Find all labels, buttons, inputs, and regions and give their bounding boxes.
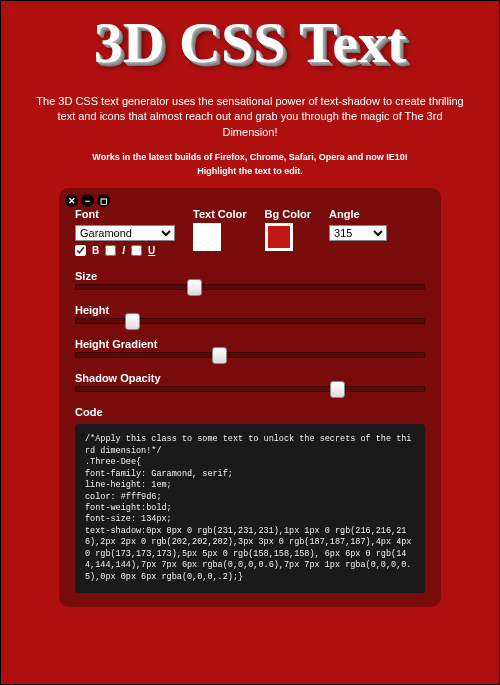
height-slider-group: Height [75,304,425,324]
font-label: Font [75,208,175,220]
height-handle[interactable] [125,313,140,330]
gradient-slider-group: Height Gradient [75,338,425,358]
bold-label: B [92,245,99,256]
gradient-label: Height Gradient [75,338,425,350]
bg-color-group: Bg Color [265,208,311,251]
page-title[interactable]: 3D CSS Text [1,9,499,76]
minimize-icon[interactable]: − [81,194,94,207]
code-group: Code /*Apply this class to some text to … [75,406,425,593]
font-select[interactable]: Garamond [75,225,175,241]
edit-hint: Highlight the text to edit. [1,166,499,176]
opacity-handle[interactable] [330,381,345,398]
italic-checkbox[interactable] [105,245,116,256]
angle-label: Angle [329,208,387,220]
expand-icon[interactable]: ✕ [65,194,78,207]
style-options: B I U [75,245,175,256]
bold-checkbox[interactable] [75,245,86,256]
gradient-handle[interactable] [212,347,227,364]
size-handle[interactable] [187,279,202,296]
description: The 3D CSS text generator uses the sensa… [1,76,499,146]
size-label: Size [75,270,425,282]
opacity-slider-group: Shadow Opacity [75,372,425,392]
height-slider[interactable] [75,318,425,324]
size-slider-group: Size [75,270,425,290]
code-label: Code [75,406,425,418]
window-buttons: ✕ − ◻ [65,194,110,207]
text-color-group: Text Color [193,208,247,251]
restore-icon[interactable]: ◻ [97,194,110,207]
text-color-label: Text Color [193,208,247,220]
gradient-slider[interactable] [75,352,425,358]
text-color-swatch[interactable] [193,223,221,251]
controls-panel: ✕ − ◻ Font Garamond B I U Text Color Bg … [59,188,441,607]
underline-checkbox[interactable] [131,245,142,256]
code-output[interactable]: /*Apply this class to some text to unloc… [75,424,425,593]
opacity-label: Shadow Opacity [75,372,425,384]
angle-select[interactable]: 315 [329,225,387,241]
compat-note: Works in the latest builds of Firefox, C… [1,152,499,162]
underline-label: U [148,245,155,256]
bg-color-label: Bg Color [265,208,311,220]
bg-color-swatch[interactable] [265,223,293,251]
italic-label: I [122,245,125,256]
font-group: Font Garamond B I U [75,208,175,256]
size-slider[interactable] [75,284,425,290]
angle-group: Angle 315 [329,208,387,241]
opacity-slider[interactable] [75,386,425,392]
